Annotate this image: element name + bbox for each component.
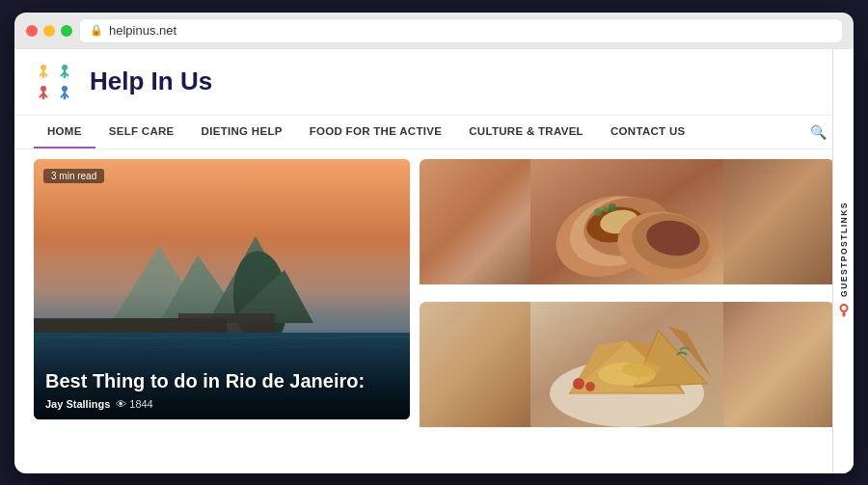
nav-home[interactable]: HOME xyxy=(34,116,95,148)
guestpost-icon xyxy=(837,302,851,320)
site-title: Help In Us xyxy=(90,67,212,96)
minimize-button[interactable] xyxy=(43,25,55,37)
guestpost-label: GUESTPOSTLINKS xyxy=(839,202,849,297)
nav-food-active[interactable]: FOOD FOR THE ACTIVE xyxy=(296,116,456,148)
browser-toolbar: 🔒 helpinus.net xyxy=(14,13,854,49)
site-navigation: HOME SELF CARE DIETING HELP FOOD FOR THE… xyxy=(14,116,854,149)
maximize-button[interactable] xyxy=(61,25,72,37)
nav-culture-travel[interactable]: CULTURE & TRAVEL xyxy=(455,116,597,148)
svg-point-46 xyxy=(622,362,661,377)
eye-icon: 👁 xyxy=(116,398,126,410)
featured-author-info: Jay Stallings 👁 1844 xyxy=(45,398,398,410)
nav-dieting-help[interactable]: DIETING HELP xyxy=(188,116,296,148)
article-card-quesadillas[interactable]: The Secret to Healthy Quesadillas Jay St… xyxy=(420,302,834,437)
article-card-content-2: The Secret to Healthy Quesadillas Jay St… xyxy=(420,427,834,437)
close-button[interactable] xyxy=(26,25,38,37)
featured-article-card[interactable]: 3 min read Best Thing to do in Rio de Ja… xyxy=(34,159,410,419)
svg-point-4 xyxy=(62,65,68,70)
quesadilla-image xyxy=(420,302,834,427)
featured-author-name: Jay Stallings xyxy=(45,398,110,410)
site-logo[interactable] xyxy=(34,61,76,103)
svg-point-0 xyxy=(41,65,46,70)
svg-point-35 xyxy=(594,208,602,216)
nav-contact[interactable]: CONTACT US xyxy=(597,116,699,148)
browser-window: 🔒 helpinus.net xyxy=(14,13,854,473)
search-icon[interactable]: 🔍 xyxy=(802,117,834,148)
lock-icon: 🔒 xyxy=(90,24,103,37)
url-text: helpinus.net xyxy=(109,23,176,38)
article-title-1: Mission Food Company Introduces Low Carb… xyxy=(429,292,825,294)
article-card-wraps[interactable]: Mission Food Company Introduces Low Carb… xyxy=(420,159,834,294)
featured-views: 👁 1844 xyxy=(116,398,152,410)
article-card-content-1: Mission Food Company Introduces Low Carb… xyxy=(420,284,834,294)
site-header: Help In Us xyxy=(14,49,854,116)
svg-point-37 xyxy=(609,203,616,211)
svg-point-12 xyxy=(62,86,68,92)
article-list: Mission Food Company Introduces Low Carb… xyxy=(420,159,834,437)
address-bar[interactable]: 🔒 helpinus.net xyxy=(80,19,842,42)
svg-rect-49 xyxy=(842,312,845,317)
window-controls xyxy=(26,25,72,37)
svg-point-47 xyxy=(573,378,584,390)
article-title-2: The Secret to Healthy Quesadillas xyxy=(429,435,825,437)
guestpost-sidebar[interactable]: GUESTPOSTLINKS xyxy=(832,49,854,473)
nav-self-care[interactable]: SELF CARE xyxy=(95,116,188,148)
svg-point-48 xyxy=(585,382,595,391)
wraps-image xyxy=(420,159,834,284)
featured-card-content: Best Thing to do in Rio de Janeiro: Jay … xyxy=(45,369,398,410)
website-content: Help In Us HOME SELF CARE DIETING HELP F… xyxy=(14,49,854,473)
featured-title: Best Thing to do in Rio de Janeiro: xyxy=(45,369,398,392)
read-time-badge: 3 min read xyxy=(43,169,104,183)
svg-point-36 xyxy=(603,206,609,212)
main-content: 3 min read Best Thing to do in Rio de Ja… xyxy=(14,149,854,446)
svg-point-8 xyxy=(41,86,46,92)
